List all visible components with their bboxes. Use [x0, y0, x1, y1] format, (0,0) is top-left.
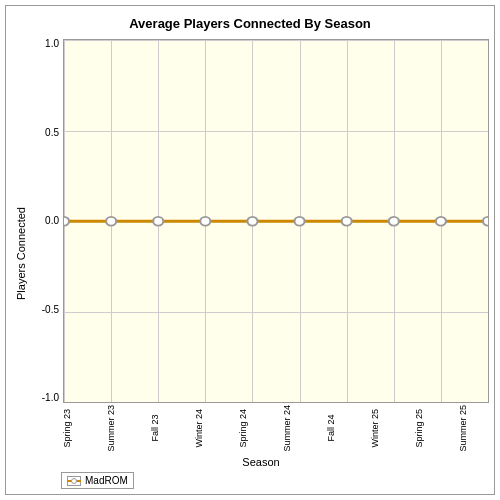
series-svg: [64, 40, 488, 402]
svg-point-6: [342, 217, 352, 226]
svg-point-7: [389, 217, 399, 226]
x-tick: Winter 24: [195, 405, 225, 452]
legend-marker: [71, 478, 77, 484]
legend-item: MadROM: [61, 472, 134, 489]
y-tick: -0.5: [42, 305, 59, 315]
svg-point-0: [64, 217, 69, 226]
legend-area: MadROM: [11, 468, 489, 489]
y-tick: -1.0: [42, 393, 59, 403]
chart-container: Average Players Connected By Season Play…: [5, 5, 495, 495]
legend-color-box: [67, 476, 81, 486]
x-tick: Summer 24: [283, 405, 313, 452]
svg-point-8: [436, 217, 446, 226]
svg-point-1: [106, 217, 116, 226]
plot-area-wrapper: 1.00.50.0-0.5-1.0: [33, 39, 489, 403]
chart-title: Average Players Connected By Season: [129, 16, 371, 31]
x-tick: Fall 23: [151, 405, 181, 452]
x-tick: Spring 23: [63, 405, 93, 452]
y-tick: 0.0: [45, 216, 59, 226]
v-grid-line: [488, 40, 489, 402]
y-ticks: 1.00.50.0-0.5-1.0: [33, 39, 63, 403]
x-tick: Summer 23: [107, 405, 137, 452]
svg-point-5: [294, 217, 304, 226]
svg-point-2: [153, 217, 163, 226]
x-tick: Spring 24: [239, 405, 269, 452]
x-ticks: Spring 23Summer 23Fall 23Winter 24Spring…: [33, 405, 489, 452]
x-tick: Fall 24: [327, 405, 357, 452]
chart-right: 1.00.50.0-0.5-1.0 Spring 23Summer 23Fall…: [33, 39, 489, 468]
x-tick: Summer 25: [459, 405, 489, 452]
svg-point-3: [200, 217, 210, 226]
svg-point-9: [483, 217, 488, 226]
x-tick: Winter 25: [371, 405, 401, 452]
x-tick: Spring 25: [415, 405, 445, 452]
legend-label: MadROM: [85, 475, 128, 486]
y-tick: 0.5: [45, 128, 59, 138]
chart-body: Players Connected 1.00.50.0-0.5-1.0 Spri…: [11, 39, 489, 468]
h-grid-line: [64, 402, 488, 403]
svg-point-4: [247, 217, 257, 226]
x-axis-label: Season: [33, 456, 489, 468]
y-tick: 1.0: [45, 39, 59, 49]
plot-area: [63, 39, 489, 403]
y-axis-label: Players Connected: [11, 39, 31, 468]
